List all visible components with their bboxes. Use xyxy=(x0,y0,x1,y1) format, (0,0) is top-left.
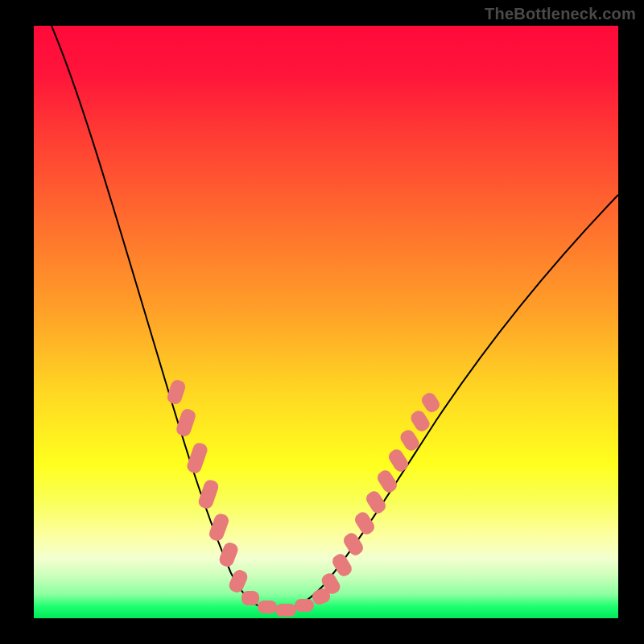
marker-left-2 xyxy=(175,407,197,438)
marker-right-4 xyxy=(353,510,377,536)
marker-trough-1 xyxy=(242,591,259,605)
marker-left-1 xyxy=(166,378,187,406)
marker-right-9 xyxy=(408,408,431,434)
plot-area xyxy=(34,26,618,618)
marker-trough-3 xyxy=(275,604,296,617)
watermark-text: TheBottleneck.com xyxy=(485,5,636,23)
chart-frame: TheBottleneck.com xyxy=(0,0,644,644)
marker-right-7 xyxy=(386,447,411,473)
marker-trough-4 xyxy=(295,599,314,612)
marker-left-3 xyxy=(185,441,208,475)
marker-left-6 xyxy=(217,541,240,568)
marker-right-3 xyxy=(341,530,365,557)
marker-right-6 xyxy=(375,468,399,494)
marker-right-10 xyxy=(419,390,442,415)
marker-trough-2 xyxy=(258,601,277,613)
marker-right-8 xyxy=(398,427,421,453)
marker-left-5 xyxy=(208,512,231,543)
marker-right-5 xyxy=(364,489,388,515)
marker-left-4 xyxy=(197,478,221,510)
marker-layer xyxy=(34,26,618,618)
